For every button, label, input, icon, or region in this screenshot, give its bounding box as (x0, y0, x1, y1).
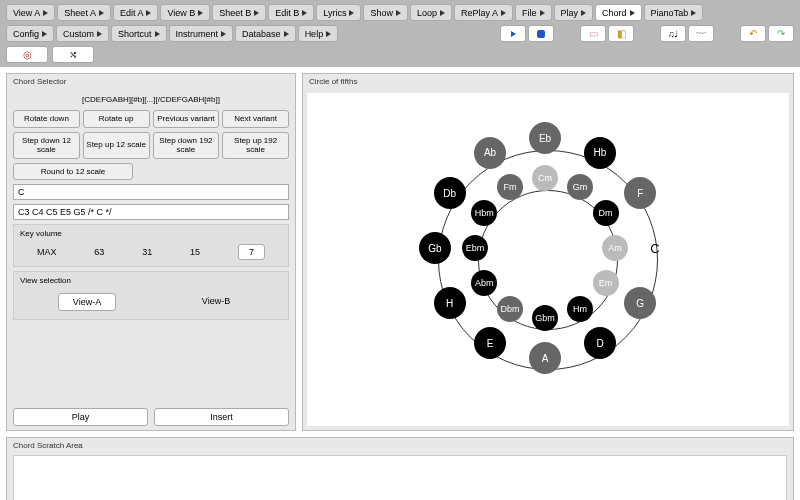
stop-icon-button[interactable] (528, 25, 554, 42)
previous-variant-button[interactable]: Previous variant (153, 110, 220, 128)
toolbar-pianotab[interactable]: PianoTab (644, 4, 704, 21)
volume-63[interactable]: 63 (94, 247, 104, 257)
round-to-12-button[interactable]: Round to 12 scale (13, 163, 133, 180)
circle-note-Em[interactable]: Em (593, 270, 619, 296)
insert-button[interactable]: Insert (154, 408, 289, 426)
step-down-12-button[interactable]: Step down 12 scale (13, 132, 80, 159)
wave-icon-button[interactable]: 〰 (688, 25, 714, 42)
circle-note-Fm[interactable]: Fm (497, 174, 523, 200)
rotate-up-button[interactable]: Rotate up (83, 110, 150, 128)
toolbar-help[interactable]: Help (298, 25, 339, 42)
circle-note-Eb[interactable]: Eb (529, 122, 561, 154)
scratch-area[interactable] (13, 455, 787, 500)
play-button[interactable]: Play (13, 408, 148, 426)
toolbar: View ASheet AEdit AView BSheet BEdit BLy… (0, 0, 800, 67)
target-icon-button[interactable]: ◎ (6, 46, 48, 63)
circle-note-Hb[interactable]: Hb (584, 137, 616, 169)
redo-button[interactable]: ↷ (768, 25, 794, 42)
step-up-12-button[interactable]: Step up 12 scale (83, 132, 150, 159)
circle-note-G[interactable]: G (624, 287, 656, 319)
circle-note-D[interactable]: D (584, 327, 616, 359)
notes-icon-button[interactable]: ♫♩ (660, 25, 686, 42)
circle-note-Ebm[interactable]: Ebm (462, 235, 488, 261)
key-volume-label: Key volume (16, 227, 286, 240)
circle-note-Gm[interactable]: Gm (567, 174, 593, 200)
toolbar-lyrics[interactable]: Lyrics (316, 4, 361, 21)
circle-note-Db[interactable]: Db (434, 177, 466, 209)
view-selection-label: View selection (16, 274, 286, 287)
chord-notes-input[interactable] (13, 204, 289, 220)
circle-note-Dm[interactable]: Dm (593, 200, 619, 226)
circle-note-C[interactable]: C (650, 241, 659, 256)
circle-note-Hbm[interactable]: Hbm (471, 200, 497, 226)
circle-note-A[interactable]: A (529, 342, 561, 374)
circle-title: Circle of fifths (303, 74, 793, 89)
chord-scratch-panel: Chord Scratch Area (6, 437, 794, 500)
toolbar-edit-b[interactable]: Edit B (268, 4, 314, 21)
shuffle-icon-button[interactable]: ⤭ (52, 46, 94, 63)
volume-15[interactable]: 15 (190, 247, 200, 257)
toolbar-sheet-a[interactable]: Sheet A (57, 4, 111, 21)
volume-7[interactable]: 7 (238, 244, 265, 260)
toolbar-edit-a[interactable]: Edit A (113, 4, 159, 21)
circle-note-Abm[interactable]: Abm (471, 270, 497, 296)
key-volume-section: Key volume MAX6331157 (13, 224, 289, 267)
chord-syntax-label: [CDEFGABH][#b][...][/CDEFGABH[#b]] (13, 93, 289, 106)
circle-note-H[interactable]: H (434, 287, 466, 319)
toolbar-database[interactable]: Database (235, 25, 296, 42)
toolbar-show[interactable]: Show (363, 4, 408, 21)
circle-note-Cm[interactable]: Cm (532, 165, 558, 191)
step-down-192-button[interactable]: Step down 192 scale (153, 132, 220, 159)
volume-MAX[interactable]: MAX (37, 247, 57, 257)
chord-input[interactable] (13, 184, 289, 200)
tool-icon-2[interactable]: ◧ (608, 25, 634, 42)
view-selection-section: View selection View-A View-B (13, 271, 289, 320)
toolbar-config[interactable]: Config (6, 25, 54, 42)
toolbar-sheet-b[interactable]: Sheet B (212, 4, 266, 21)
circle-note-F[interactable]: F (624, 177, 656, 209)
toolbar-play[interactable]: Play (554, 4, 594, 21)
circle-of-fifths-panel: Circle of fifths EbHbFCGDAEHGbDbAbCmGmDm… (302, 73, 794, 431)
toolbar-view-b[interactable]: View B (160, 4, 210, 21)
toolbar-shortcut[interactable]: Shortcut (111, 25, 167, 42)
circle-note-Hm[interactable]: Hm (567, 296, 593, 322)
rotate-down-button[interactable]: Rotate down (13, 110, 80, 128)
circle-note-Gbm[interactable]: Gbm (532, 305, 558, 331)
circle-note-Dbm[interactable]: Dbm (497, 296, 523, 322)
tool-icon-1[interactable]: ▭ (580, 25, 606, 42)
toolbar-custom[interactable]: Custom (56, 25, 109, 42)
next-variant-button[interactable]: Next variant (222, 110, 289, 128)
toolbar-view-a[interactable]: View A (6, 4, 55, 21)
toolbar-replay-a[interactable]: RePlay A (454, 4, 513, 21)
play-icon-button[interactable] (500, 25, 526, 42)
circle-note-Gb[interactable]: Gb (419, 232, 451, 264)
undo-button[interactable]: ↶ (740, 25, 766, 42)
toolbar-loop[interactable]: Loop (410, 4, 452, 21)
step-up-192-button[interactable]: Step up 192 scale (222, 132, 289, 159)
toolbar-chord[interactable]: Chord (595, 4, 642, 21)
chord-selector-panel: Chord Selector [CDEFGABH][#b][...][/CDEF… (6, 73, 296, 431)
chord-selector-title: Chord Selector (7, 74, 295, 89)
circle-note-E[interactable]: E (474, 327, 506, 359)
scratch-title: Chord Scratch Area (7, 438, 793, 453)
toolbar-instrument[interactable]: Instrument (169, 25, 234, 42)
toolbar-file[interactable]: File (515, 4, 552, 21)
view-b-button[interactable]: View-B (188, 293, 244, 311)
circle-note-Am[interactable]: Am (602, 235, 628, 261)
view-a-button[interactable]: View-A (58, 293, 116, 311)
circle-canvas: EbHbFCGDAEHGbDbAbCmGmDmAmEmHmGbmDbmAbmEb… (307, 93, 789, 426)
circle-note-Ab[interactable]: Ab (474, 137, 506, 169)
volume-31[interactable]: 31 (142, 247, 152, 257)
